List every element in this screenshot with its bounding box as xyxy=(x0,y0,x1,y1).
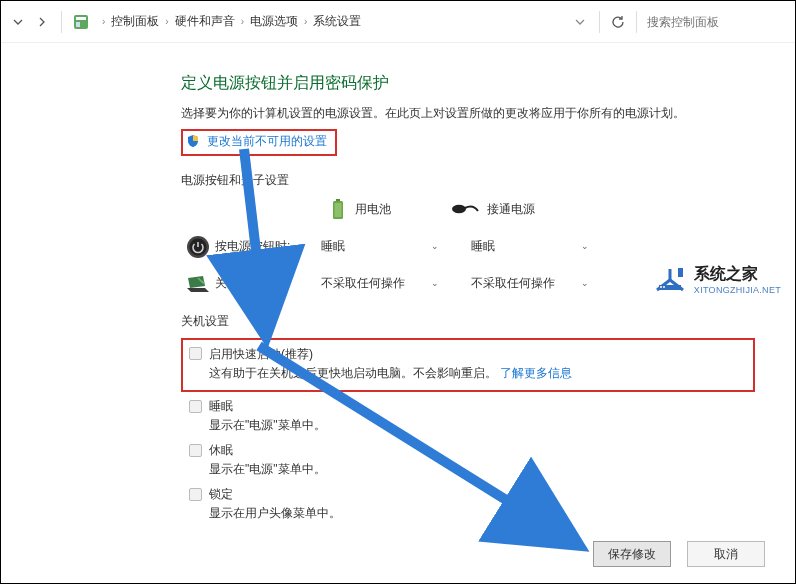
chevron-down-icon: ⌄ xyxy=(431,278,439,288)
sleep-checkbox[interactable] xyxy=(189,400,202,413)
highlight-box-change-settings: 更改当前不可用的设置 xyxy=(181,129,337,155)
setting-label: 按电源按钮时: xyxy=(215,238,315,255)
highlight-box-fast-startup: 启用快速启动(推荐) 这有助于在关机之后更快地启动电脑。不会影响重启。 了解更多… xyxy=(181,338,755,392)
chevron-right-icon: › xyxy=(102,16,105,27)
plugged-label: 接通电源 xyxy=(487,201,535,218)
chevron-down-icon[interactable] xyxy=(571,13,589,31)
svg-rect-3 xyxy=(336,199,340,201)
plug-icon xyxy=(451,202,479,218)
fast-startup-description: 这有助于在关机之后更快地启动电脑。不会影响重启。 了解更多信息 xyxy=(209,365,745,382)
lid-icon xyxy=(181,274,215,294)
lock-label: 锁定 xyxy=(209,486,233,503)
hibernate-sub: 显示在"电源"菜单中。 xyxy=(209,461,755,478)
watermark-text: 系统之家 xyxy=(694,264,781,285)
svg-point-6 xyxy=(452,204,466,212)
breadcrumb-item[interactable]: 电源选项 xyxy=(250,13,298,30)
power-button-plugged-dropdown[interactable]: 睡眠 ⌄ xyxy=(465,236,595,258)
control-panel-icon xyxy=(72,13,90,31)
sleep-label: 睡眠 xyxy=(209,398,233,415)
divider xyxy=(599,11,600,33)
svg-point-11 xyxy=(660,286,662,288)
search-input[interactable] xyxy=(647,15,787,29)
lock-option: 锁定 显示在用户头像菜单中。 xyxy=(189,486,755,522)
svg-point-12 xyxy=(663,286,665,288)
nav-forward-icon[interactable] xyxy=(33,13,51,31)
setting-label: 关闭盖子时: xyxy=(215,275,315,292)
divider xyxy=(636,11,637,33)
watermark-icon xyxy=(654,263,686,296)
content-area: 定义电源按钮并启用密码保护 选择要为你的计算机设置的电源设置。在此页上对设置所做… xyxy=(1,43,795,550)
chevron-right-icon: › xyxy=(165,16,168,27)
chevron-down-icon: ⌄ xyxy=(431,241,439,251)
power-columns-header: 用电池 接通电源 xyxy=(331,199,755,221)
page-description: 选择要为你的计算机设置的电源设置。在此页上对设置所做的更改将应用于你所有的电源计… xyxy=(181,104,755,123)
svg-rect-5 xyxy=(335,203,342,217)
fast-startup-option: 启用快速启动(推荐) 这有助于在关机之后更快地启动电脑。不会影响重启。 了解更多… xyxy=(189,346,745,382)
divider xyxy=(61,11,62,33)
plugged-column-header: 接通电源 xyxy=(451,201,535,218)
setting-row-power-button: 按电源按钮时: 睡眠 ⌄ 睡眠 ⌄ xyxy=(181,235,755,259)
shield-icon xyxy=(186,134,200,151)
hibernate-checkbox[interactable] xyxy=(189,444,202,457)
fast-startup-label: 启用快速启动(推荐) xyxy=(209,346,745,363)
svg-rect-10 xyxy=(659,285,681,290)
power-button-icon xyxy=(181,235,215,259)
section-heading-shutdown: 关机设置 xyxy=(181,313,755,330)
learn-more-link[interactable]: 了解更多信息 xyxy=(500,366,572,380)
chevron-right-icon: › xyxy=(304,16,307,27)
save-button[interactable]: 保存修改 xyxy=(593,541,671,567)
breadcrumb: › 控制面板 › 硬件和声音 › 电源选项 › 系统设置 xyxy=(96,13,565,30)
chevron-right-icon: › xyxy=(241,16,244,27)
battery-label: 用电池 xyxy=(355,201,391,218)
lock-sub: 显示在用户头像菜单中。 xyxy=(209,505,755,522)
svg-rect-9 xyxy=(678,268,683,277)
hibernate-option: 休眠 显示在"电源"菜单中。 xyxy=(189,442,755,478)
breadcrumb-item[interactable]: 控制面板 xyxy=(111,13,159,30)
dropdown-value: 睡眠 xyxy=(321,238,345,255)
sleep-sub: 显示在"电源"菜单中。 xyxy=(209,417,755,434)
dropdown-value: 不采取任何操作 xyxy=(471,275,555,292)
refresh-icon[interactable] xyxy=(610,14,626,30)
watermark-url: XITONGZHIJIA.NET xyxy=(694,285,781,295)
dropdown-value: 不采取任何操作 xyxy=(321,275,405,292)
breadcrumb-item[interactable]: 系统设置 xyxy=(313,13,361,30)
close-lid-battery-dropdown[interactable]: 不采取任何操作 ⌄ xyxy=(315,273,445,295)
nav-down-icon[interactable] xyxy=(9,13,27,31)
search-input-container xyxy=(647,15,787,29)
battery-icon xyxy=(331,199,347,221)
toolbar: › 控制面板 › 硬件和声音 › 电源选项 › 系统设置 xyxy=(1,1,795,43)
watermark: 系统之家 XITONGZHIJIA.NET xyxy=(654,263,781,296)
sleep-option: 睡眠 显示在"电源"菜单中。 xyxy=(189,398,755,434)
chevron-down-icon: ⌄ xyxy=(581,278,589,288)
chevron-down-icon: ⌄ xyxy=(581,241,589,251)
cancel-button[interactable]: 取消 xyxy=(687,541,765,567)
breadcrumb-item[interactable]: 硬件和声音 xyxy=(175,13,235,30)
close-lid-plugged-dropdown[interactable]: 不采取任何操作 ⌄ xyxy=(465,273,595,295)
dropdown-value: 睡眠 xyxy=(471,238,495,255)
hibernate-label: 休眠 xyxy=(209,442,233,459)
battery-column-header: 用电池 xyxy=(331,199,391,221)
footer-buttons: 保存修改 取消 xyxy=(593,541,765,567)
change-unavailable-settings-link[interactable]: 更改当前不可用的设置 xyxy=(207,134,327,148)
fast-startup-checkbox[interactable] xyxy=(189,347,202,360)
svg-rect-1 xyxy=(76,17,86,20)
svg-rect-2 xyxy=(76,22,80,27)
power-button-battery-dropdown[interactable]: 睡眠 ⌄ xyxy=(315,236,445,258)
page-title: 定义电源按钮并启用密码保护 xyxy=(181,73,755,94)
lock-checkbox[interactable] xyxy=(189,488,202,501)
section-heading-power-button: 电源按钮和盖子设置 xyxy=(181,172,755,189)
